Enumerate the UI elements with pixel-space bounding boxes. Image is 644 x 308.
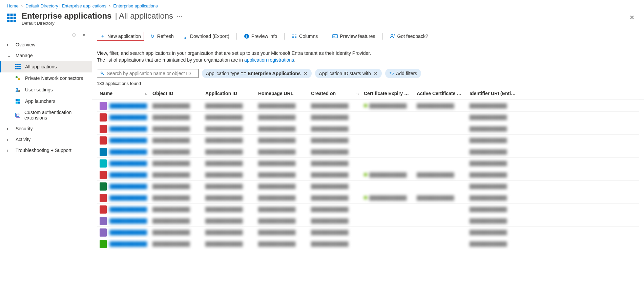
svg-rect-22: [16, 99, 18, 101]
chevron-right-icon: ›: [7, 42, 12, 47]
sidebar-label: Activity: [16, 137, 30, 142]
table-row[interactable]: ████████████ ████████████ ████████████ █…: [97, 111, 639, 123]
chevron-right-icon: ›: [109, 3, 110, 8]
updown-icon[interactable]: ◇: [72, 32, 76, 37]
sidebar-item-user-settings[interactable]: User settings: [0, 84, 92, 95]
filter-application-id[interactable]: Application ID starts with ✕: [315, 69, 382, 78]
col-cert-expiry[interactable]: Certificate Expiry …: [361, 89, 414, 97]
app-registrations-link[interactable]: application registrations: [244, 57, 294, 63]
table-row[interactable]: ████████████ ████████████ ████████████ █…: [97, 203, 639, 215]
add-filter-icon: ⁺▿: [389, 71, 394, 76]
svg-rect-7: [11, 20, 13, 22]
col-application-id[interactable]: Application ID: [203, 89, 255, 97]
svg-rect-5: [14, 17, 16, 19]
preview-features-button[interactable]: Preview features: [329, 32, 378, 41]
main-content: ＋ New application ↻ Refresh ⭳ Download (…: [92, 28, 644, 249]
table-row[interactable]: ████████████ ████████████ ████████████ █…: [97, 180, 639, 192]
sidebar-troubleshooting[interactable]: › Troubleshooting + Support: [0, 145, 92, 156]
table-body: ████████████ ████████████ ████████████ █…: [92, 100, 644, 249]
chevron-down-icon: ⌄: [7, 53, 12, 58]
remove-filter-icon[interactable]: ✕: [304, 71, 308, 76]
button-label: Columns: [299, 34, 318, 39]
svg-rect-0: [7, 14, 9, 16]
svg-point-19: [18, 78, 20, 80]
info-text: View, filter, and search applications in…: [92, 44, 644, 65]
svg-rect-16: [17, 68, 19, 69]
filter-row: 🔍︎ Application type == Enterprise Applic…: [92, 65, 644, 80]
page-subtitle: Default Directory: [22, 21, 183, 26]
col-identifier[interactable]: Identifier URI (Enti…: [467, 89, 520, 97]
chevron-right-icon: ›: [21, 3, 23, 8]
sidebar-manage[interactable]: ⌄ Manage: [0, 50, 92, 61]
sidebar-overview[interactable]: › Overview: [0, 39, 92, 50]
columns-icon: [292, 34, 297, 39]
refresh-icon: ↻: [150, 34, 155, 39]
table-row[interactable]: ████████████ ████████████ ████████████ █…: [97, 100, 639, 111]
sidebar-item-all-applications[interactable]: All applications: [0, 61, 92, 72]
table-row[interactable]: ████████████ ████████████ ████████████ █…: [97, 169, 639, 180]
col-created[interactable]: Created on↑↓: [308, 89, 361, 97]
collapse-icon[interactable]: «: [83, 32, 85, 37]
svg-rect-4: [11, 17, 13, 19]
table-row[interactable]: ████████████ ████████████ ████████████ █…: [97, 123, 639, 134]
table-row[interactable]: ████████████ ████████████ ████████████ █…: [97, 157, 639, 169]
close-icon[interactable]: ✕: [627, 11, 637, 24]
breadcrumb: Home › Default Directory | Enterprise ap…: [0, 0, 644, 10]
table-row[interactable]: ████████████ ████████████ ████████████ █…: [97, 226, 639, 238]
col-object-id[interactable]: Object ID: [150, 89, 203, 97]
sidebar-label: Manage: [16, 53, 33, 58]
button-label: Download (Export): [190, 34, 229, 39]
divider: [284, 33, 285, 40]
preview-info-button[interactable]: i Preview info: [241, 32, 280, 41]
col-name[interactable]: Name↑↓: [97, 89, 150, 97]
download-icon: ⭳: [183, 34, 188, 39]
table-row[interactable]: ████████████ ████████████ ████████████ █…: [97, 215, 639, 226]
col-active-cert[interactable]: Active Certificate …: [414, 89, 467, 97]
sidebar: ◇ « › Overview ⌄ Manage All applications…: [0, 28, 92, 249]
svg-rect-15: [15, 68, 17, 69]
svg-rect-10: [17, 64, 19, 65]
svg-rect-6: [7, 20, 9, 22]
breadcrumb-home[interactable]: Home: [7, 3, 19, 8]
breadcrumb-dir[interactable]: Default Directory | Enterprise applicati…: [25, 3, 106, 8]
sidebar-security[interactable]: › Security: [0, 123, 92, 134]
grid-icon: [7, 13, 16, 23]
table-header: Name↑↓ Object ID Application ID Homepage…: [92, 87, 644, 100]
feedback-button[interactable]: Got feedback?: [387, 32, 431, 41]
sidebar-item-app-launchers[interactable]: App launchers: [0, 95, 92, 107]
svg-rect-2: [14, 14, 16, 16]
refresh-button[interactable]: ↻ Refresh: [147, 32, 177, 41]
svg-rect-3: [7, 17, 9, 19]
more-icon[interactable]: ⋯: [176, 12, 183, 20]
new-application-button[interactable]: ＋ New application: [97, 32, 144, 41]
table-row[interactable]: ████████████ ████████████ ████████████ █…: [97, 146, 639, 157]
svg-rect-25: [18, 102, 20, 104]
download-button[interactable]: ⭳ Download (Export): [180, 32, 232, 41]
sidebar-activity[interactable]: › Activity: [0, 134, 92, 145]
breadcrumb-apps[interactable]: Enterprise applications: [113, 3, 158, 8]
table-row[interactable]: ████████████ ████████████ ████████████ █…: [97, 192, 639, 203]
sort-icon: ↑↓: [356, 91, 358, 95]
plus-icon: ＋: [100, 34, 105, 39]
sidebar-label: Overview: [16, 42, 35, 47]
chevron-right-icon: ›: [7, 126, 12, 131]
table-row[interactable]: ████████████ ████████████ ████████████ █…: [97, 134, 639, 146]
search-field[interactable]: [107, 71, 195, 76]
svg-rect-9: [15, 64, 17, 65]
svg-rect-36: [333, 35, 337, 38]
sidebar-item-private-network[interactable]: Private Network connectors: [0, 72, 92, 84]
search-input[interactable]: 🔍︎: [97, 69, 199, 78]
col-homepage[interactable]: Homepage URL: [255, 89, 308, 97]
svg-rect-1: [11, 14, 13, 16]
columns-button[interactable]: Columns: [289, 32, 321, 41]
table-row[interactable]: ████████████ ████████████ ████████████ █…: [97, 238, 639, 249]
page-header: Enterprise applications | All applicatio…: [0, 10, 644, 28]
svg-rect-27: [17, 114, 20, 117]
sidebar-item-custom-auth[interactable]: Custom authentication extensions: [0, 107, 92, 123]
users-gear-icon: [15, 87, 21, 93]
svg-point-21: [18, 90, 20, 92]
add-filters-button[interactable]: ⁺▿ Add filters: [385, 69, 421, 78]
remove-filter-icon[interactable]: ✕: [374, 71, 378, 76]
sidebar-label: Troubleshooting + Support: [16, 148, 71, 153]
filter-application-type[interactable]: Application type == Enterprise Applicati…: [202, 69, 312, 78]
